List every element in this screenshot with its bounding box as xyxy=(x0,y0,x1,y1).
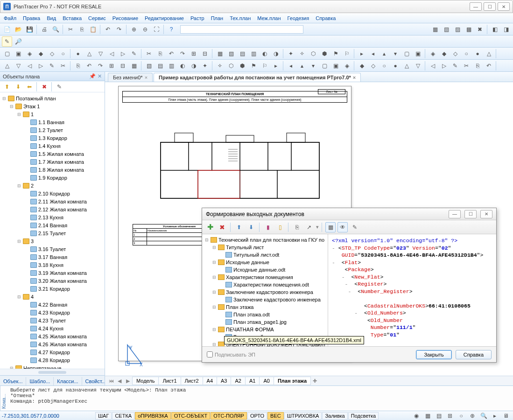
tool-g-icon[interactable]: ◨ xyxy=(501,24,511,35)
move-up-icon[interactable]: ⬆ xyxy=(234,222,244,232)
toolbar-4-btn-13[interactable]: ▤ xyxy=(155,61,165,71)
left-tab[interactable]: Класси... xyxy=(54,377,82,385)
doc-tab[interactable]: Пример кадастровой работы для постановки… xyxy=(154,73,361,82)
status-icon-1[interactable]: ◉ xyxy=(411,411,422,420)
doc-tab[interactable]: Без имени0*× xyxy=(108,73,153,82)
tree-item[interactable]: 1.3 Коридор xyxy=(0,134,105,142)
status-icon-2[interactable]: ▦ xyxy=(422,411,433,420)
add-sheet-icon[interactable]: ✚ xyxy=(310,378,319,384)
toolbar-3-btn-35[interactable]: ▣ xyxy=(413,49,423,59)
dialog-tree-item[interactable]: ⊟Характеристики помещения xyxy=(202,273,328,281)
open-icon[interactable]: 📂 xyxy=(13,24,23,35)
toolbar-4-btn-35[interactable]: ▽ xyxy=(413,61,423,71)
status-toggle-оПРИВЯЗКА[interactable]: оПРИВЯЗКА xyxy=(135,412,171,420)
status-icon-9[interactable]: 🖥 xyxy=(501,411,511,420)
toolbar-3-btn-18[interactable]: ▦ xyxy=(215,49,225,59)
toolbar-3-btn-20[interactable]: ▤ xyxy=(237,49,247,59)
toolbar-4-btn-8[interactable]: ↷ xyxy=(95,61,105,71)
dialog-tree-item[interactable]: ⊟Исходные данные xyxy=(202,259,328,266)
menu-Правка[interactable]: Правка xyxy=(23,15,40,21)
tree-item[interactable]: 1.1 Ванная xyxy=(0,118,105,126)
status-icon-7[interactable]: 🔍 xyxy=(478,411,489,420)
menu-Вставка[interactable]: Вставка xyxy=(63,15,82,21)
toolbar-4-btn-32[interactable]: ○ xyxy=(379,61,389,71)
dialog-tree-item[interactable]: Характеристики помещения.odt xyxy=(202,281,328,288)
status-toggle-ШАГ[interactable]: ШАГ xyxy=(95,412,112,420)
tree-item[interactable]: ⊟4 xyxy=(0,293,105,301)
undo-icon[interactable]: ↶ xyxy=(103,24,113,35)
status-toggle-Подсветка[interactable]: Подсветка xyxy=(348,412,379,420)
toolbar-4-btn-0[interactable]: △ xyxy=(2,61,12,71)
tree-item[interactable]: 1.5 Жилая комната xyxy=(0,150,105,158)
toolbar-3-btn-16[interactable]: ⊞ xyxy=(189,49,199,59)
toolbar-4-btn-9[interactable]: ⊞ xyxy=(106,61,117,71)
toolbar-3-btn-2[interactable]: ◈ xyxy=(24,49,35,59)
dialog-tree-item[interactable]: Титульный лист.odt xyxy=(202,251,328,259)
doc-icon[interactable]: ▯ xyxy=(275,222,285,232)
toolbar-4-btn-6[interactable]: ⎘ xyxy=(73,61,83,71)
status-toggle-ОТС-ОБЪЕКТ[interactable]: ОТС-ОБЪЕКТ xyxy=(171,412,210,420)
toolbar-3-btn-9[interactable]: ◁ xyxy=(106,49,117,59)
tool-c-icon[interactable]: ▨ xyxy=(452,24,463,35)
panel-close-icon[interactable]: ✕ xyxy=(98,73,102,79)
toolbar-3-btn-19[interactable]: ▧ xyxy=(226,49,236,59)
toolbar-4-btn-23[interactable]: ▸ xyxy=(271,61,281,71)
toolbar-4-btn-39[interactable]: ✂ xyxy=(461,61,471,71)
dialog-tree-item[interactable]: ⊟Технический план для постановки на ГКУ … xyxy=(202,236,328,244)
toolbar-3-btn-30[interactable]: ▸ xyxy=(357,49,367,59)
toolbar-4-btn-5[interactable]: ✂ xyxy=(58,61,68,71)
status-toggle-ОРТО[interactable]: ОРТО xyxy=(247,412,267,420)
toolbar-4-btn-31[interactable]: ◇ xyxy=(368,61,378,71)
tree-item[interactable]: 4.23 Туалет xyxy=(0,316,105,324)
tree-item[interactable]: 2.11 Жилая комната xyxy=(0,197,105,205)
status-icon-5[interactable]: ○ xyxy=(456,411,466,420)
tree-item[interactable]: 4.23 Коридор xyxy=(0,308,105,316)
toolbar-3-btn-17[interactable]: ⊟ xyxy=(200,49,210,59)
toolbar-3-btn-36[interactable]: ◈ xyxy=(428,49,438,59)
status-icon-3[interactable]: ▤ xyxy=(434,411,444,420)
pin-icon[interactable]: 📌 xyxy=(89,73,96,79)
toolbar-4-btn-33[interactable]: ● xyxy=(390,61,401,71)
dialog-title-bar[interactable]: Формирование выходных документов — ☐ ✕ xyxy=(202,208,496,220)
menu-Растр[interactable]: Растр xyxy=(190,15,204,21)
toolbar-3-btn-5[interactable]: ○ xyxy=(58,49,68,59)
dialog-tree[interactable]: ⊟Технический план для постановки на ГКУ … xyxy=(202,234,328,346)
toolbar-4-btn-15[interactable]: ◐ xyxy=(177,61,188,71)
toolbar-4-btn-36[interactable]: ◁ xyxy=(428,61,438,71)
toolbar-3-btn-12[interactable]: ✂ xyxy=(144,49,154,59)
tree-item[interactable]: 2.13 Кухня xyxy=(0,213,105,221)
toolbar-3-btn-26[interactable]: ⬡ xyxy=(308,49,318,59)
maximize-button[interactable]: ☐ xyxy=(484,2,496,11)
toolbar-4-btn-28[interactable]: ▣ xyxy=(330,61,341,71)
tree-item[interactable]: 1.2 Туалет xyxy=(0,126,105,134)
preview-icon[interactable]: 🔍 xyxy=(50,24,61,35)
status-toggle-ВЕС[interactable]: ВЕС xyxy=(267,412,284,420)
toolbar-4-btn-38[interactable]: ✎ xyxy=(450,61,460,71)
tree-item[interactable]: 4.26 Жилая комната xyxy=(0,340,105,348)
edit2-icon[interactable]: ✎ xyxy=(350,222,360,232)
toolbar-3-btn-13[interactable]: ⎘ xyxy=(155,49,165,59)
toolbar-4-btn-22[interactable]: ⚐ xyxy=(260,61,270,71)
toolbar-3-btn-27[interactable]: ⬢ xyxy=(319,49,330,59)
tool-f-icon[interactable]: ◧ xyxy=(490,24,500,35)
toolbar-3-btn-0[interactable]: ▢ xyxy=(2,49,12,59)
toolbar-4-btn-20[interactable]: ⬢ xyxy=(237,61,247,71)
tree-item[interactable]: 3.17 Ванная xyxy=(0,253,105,261)
toolbar-3-btn-24[interactable]: ✦ xyxy=(286,49,296,59)
tree-item[interactable]: 1.9 Коридор xyxy=(0,174,105,182)
toolbar-3-btn-14[interactable]: ↶ xyxy=(166,49,176,59)
zoom-fit-icon[interactable]: ⛶ xyxy=(151,24,162,35)
dialog-tree-item[interactable]: ⊟План этажа xyxy=(202,303,328,311)
tree-item[interactable]: 1.7 Жилая комната xyxy=(0,158,105,166)
status-icon-4[interactable]: ⊞ xyxy=(445,411,455,420)
command-text[interactable]: Выберите лист для назначения текущим <Мо… xyxy=(7,386,513,411)
close-button-dlg[interactable]: Закрыть xyxy=(416,350,451,359)
tree-item[interactable]: 2.14 Ванная xyxy=(0,221,105,229)
close-button[interactable]: ✕ xyxy=(498,2,510,11)
toolbar-3-btn-25[interactable]: ✧ xyxy=(297,49,307,59)
menu-Рисование[interactable]: Рисование xyxy=(112,15,138,21)
tree-item[interactable]: ⊟Непривязанные xyxy=(0,364,105,369)
toolbar-3-btn-39[interactable]: ○ xyxy=(461,49,471,59)
toolbar-4-btn-11[interactable]: ▦ xyxy=(129,61,139,71)
tool-b-icon[interactable]: ▧ xyxy=(441,24,451,35)
